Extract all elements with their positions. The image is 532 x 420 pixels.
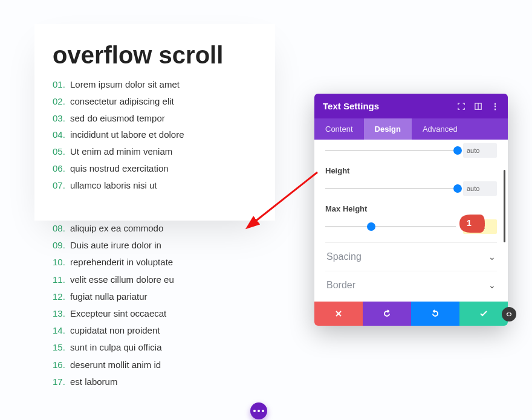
panel-header-icons: ⋮ [457,102,499,111]
list-text: est laborum [68,376,118,387]
slider-maxheight[interactable] [325,226,456,227]
field-row-maxheight: Max Height [325,204,497,234]
list-item: 08. aliquip ex ea commodo [53,220,174,237]
list-number: 14. [53,325,65,335]
accordion-spacing[interactable]: Spacing ⌄ [325,242,497,271]
list-text: aliquip ex ea commodo [68,223,163,233]
slider-top-value[interactable] [463,143,497,158]
list-item: 02. consectetur adipiscing elit [53,93,257,110]
tab-advanced[interactable]: Advanced [412,118,469,140]
list-text: sunt in culpa qui officia [68,342,162,352]
list-item: 07. ullamco laboris nisi ut [53,177,257,194]
list-item: 13. Excepteur sint occaecat [53,305,174,322]
list-item: 15. sunt in culpa qui officia [53,339,174,356]
list-item: 17. est laborum [53,373,174,390]
list-text: Duis aute irure dolor in [68,240,161,250]
list-number: 16. [53,360,65,370]
list-number: 02. [53,96,65,106]
field-row-height: Height [325,166,497,196]
list-number: 15. [53,342,65,352]
list-number: 10. [53,257,65,267]
slider-thumb[interactable] [453,184,462,193]
panel-title: Text Settings [323,101,379,111]
save-button[interactable] [459,302,508,326]
panel-footer [314,302,508,326]
slider-height-value[interactable] [463,181,497,196]
slider-top[interactable] [325,150,456,151]
list-text: deserunt mollit anim id [68,360,161,370]
list-number: 06. [53,163,65,173]
height-label: Height [325,166,497,175]
chevron-down-icon: ⌄ [488,252,496,262]
ordered-list-top: 01. Lorem ipsum dolor sit amet02. consec… [53,76,257,193]
list-item: 03. sed do eiusmod tempor [53,110,257,127]
panel-scrollbar[interactable] [504,170,505,242]
list-text: reprehenderit in voluptate [68,257,173,267]
panel-body: Height Max Height Spacing ⌄ Border [314,140,508,302]
list-item: 10. reprehenderit in voluptate [53,254,174,271]
slider-thumb[interactable] [453,146,462,155]
list-number: 11. [53,274,65,285]
list-item: 16. deserunt mollit anim id [53,357,174,373]
list-text: ullamco laboris nisi ut [68,180,157,190]
floating-menu-button[interactable] [250,402,267,419]
list-text: sed do eiusmod tempor [68,113,165,123]
panel-resize-handle[interactable] [502,307,516,321]
list-number: 09. [53,240,65,250]
list-text: cupidatat non proident [68,325,160,335]
list-number: 17. [53,376,65,387]
ordered-list-overflow: 08. aliquip ex ea commodo09. Duis aute i… [53,220,174,390]
accordion-border-label: Border [326,280,355,291]
kebab-menu-icon[interactable]: ⋮ [491,102,499,111]
list-number: 03. [53,113,65,123]
redo-button[interactable] [411,302,459,326]
list-text: quis nostrud exercitation [68,163,169,173]
text-module-preview: overflow scroll 01. Lorem ipsum dolor si… [34,24,275,221]
list-item: 05. Ut enim ad minim veniam [53,143,257,160]
list-text: incididunt ut labore et dolore [68,129,184,140]
accordion-border[interactable]: Border ⌄ [325,271,497,299]
list-item: 06. quis nostrud exercitation [53,160,257,177]
tab-content[interactable]: Content [314,118,364,140]
list-item: 12. fugiat nulla pariatur [53,288,174,305]
slider-maxheight-value[interactable] [463,219,497,234]
list-text: Excepteur sint occaecat [68,308,166,318]
list-number: 12. [53,291,65,302]
list-number: 07. [53,180,65,190]
tab-design[interactable]: Design [364,118,412,140]
accordion-spacing-label: Spacing [326,251,362,262]
list-text: fugiat nulla pariatur [68,291,148,302]
panel-tabs: Content Design Advanced [314,118,508,140]
list-number: 04. [53,129,65,140]
list-item: 14. cupidatat non proident [53,322,174,339]
list-item: 09. Duis aute irure dolor in [53,237,174,254]
list-text: Lorem ipsum dolor sit amet [68,79,180,89]
focus-icon[interactable] [457,102,465,111]
undo-button[interactable] [363,302,411,326]
list-number: 13. [53,308,65,318]
list-item: 01. Lorem ipsum dolor sit amet [53,76,257,93]
list-text: Ut enim ad minim veniam [68,146,172,157]
list-number: 08. [53,223,65,233]
field-row-top-slider [325,143,497,158]
text-settings-panel: Text Settings ⋮ Content Design Advanced [314,94,508,326]
list-text: consectetur adipiscing elit [68,96,174,106]
column-icon[interactable] [474,102,482,111]
list-number: 05. [53,146,65,157]
list-item: 11. velit esse cillum dolore eu [53,271,174,288]
panel-header: Text Settings ⋮ [314,94,508,118]
list-number: 01. [53,79,65,89]
module-heading: overflow scroll [53,42,257,68]
slider-height[interactable] [325,188,456,189]
maxheight-label: Max Height [325,204,497,213]
slider-thumb[interactable] [367,222,375,231]
list-item: 04. incididunt ut labore et dolore [53,126,257,143]
discard-button[interactable] [314,302,363,326]
list-text: velit esse cillum dolore eu [68,274,174,285]
chevron-down-icon: ⌄ [488,280,496,290]
